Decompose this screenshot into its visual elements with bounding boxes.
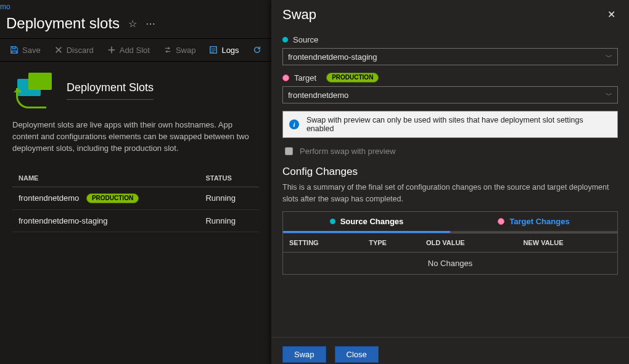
target-value: frontendnetdemo <box>288 91 348 100</box>
swap-button-toolbar[interactable]: Swap <box>158 43 201 57</box>
swap-button[interactable]: Swap <box>282 346 326 363</box>
table-row[interactable]: frontendnetdemo-staging Running <box>12 209 259 232</box>
refresh-button[interactable] <box>248 43 266 57</box>
description-text: Deployment slots are live apps with thei… <box>12 119 259 155</box>
slot-name: frontendnetdemo <box>18 193 79 203</box>
hero-title: Deployment Slots <box>67 81 154 100</box>
info-text: Swap with preview can only be used with … <box>306 116 611 133</box>
tab-target-changes[interactable]: Target Changes <box>450 212 617 233</box>
source-label: Source <box>293 35 318 44</box>
col-setting: SETTING <box>283 233 363 252</box>
slots-table: NAME STATUS frontendnetdemo PRODUCTION R… <box>12 169 259 232</box>
preview-checkbox-input[interactable] <box>285 147 293 155</box>
close-icon[interactable]: ✕ <box>605 6 618 23</box>
save-label: Save <box>22 46 41 55</box>
save-button[interactable]: Save <box>5 43 46 57</box>
source-dot-icon <box>282 37 288 42</box>
slot-status: Running <box>199 209 259 232</box>
favorite-icon[interactable]: ☆ <box>128 18 137 30</box>
table-row[interactable]: frontendnetdemo PRODUCTION Running <box>12 187 259 209</box>
close-button[interactable]: Close <box>335 346 379 363</box>
plus-icon <box>107 46 116 54</box>
target-select[interactable]: frontendnetdemo ﹀ <box>282 86 618 103</box>
target-label: Target <box>294 73 316 83</box>
config-table: SETTING TYPE OLD VALUE NEW VALUE No Chan… <box>282 233 618 275</box>
page-title: Deployment slots <box>6 15 120 32</box>
discard-label: Discard <box>67 46 94 55</box>
slots-hero-icon <box>12 73 54 108</box>
col-type: TYPE <box>363 233 420 252</box>
tab-source-changes[interactable]: Source Changes <box>283 212 450 233</box>
slot-name: frontendnetdemo-staging <box>12 209 199 232</box>
preview-checkbox[interactable]: Perform swap with preview <box>282 145 618 157</box>
config-changes-summary: This is a summary of the final set of co… <box>282 182 618 205</box>
swap-icon <box>163 46 172 54</box>
production-badge: PRODUCTION <box>326 73 379 83</box>
info-icon: i <box>289 119 299 129</box>
info-banner: i Swap with preview can only be used wit… <box>282 111 618 138</box>
col-new: NEW VALUE <box>517 233 617 252</box>
refresh-icon <box>253 46 261 54</box>
add-slot-label: Add Slot <box>120 46 150 55</box>
target-dot-icon <box>498 218 504 225</box>
save-icon <box>10 46 18 54</box>
chevron-down-icon: ﹀ <box>606 91 612 100</box>
col-old: OLD VALUE <box>420 233 517 252</box>
logs-button[interactable]: Logs <box>204 43 244 57</box>
preview-checkbox-label: Perform swap with preview <box>300 147 395 156</box>
slot-status: Running <box>199 187 259 209</box>
add-slot-button[interactable]: Add Slot <box>102 43 155 57</box>
target-dot-icon <box>282 75 289 81</box>
more-icon[interactable]: ⋯ <box>146 18 155 30</box>
source-dot-icon <box>330 219 335 224</box>
source-value: frontendnetdemo-staging <box>288 52 377 62</box>
source-select[interactable]: frontendnetdemo-staging ﹀ <box>282 48 618 65</box>
logs-label: Logs <box>221 46 239 55</box>
config-changes-title: Config Changes <box>282 166 618 178</box>
swap-label: Swap <box>176 46 196 55</box>
discard-icon <box>54 46 63 54</box>
toolbar: Save Discard Add Slot Swap Logs <box>0 38 271 62</box>
col-name: NAME <box>12 169 199 187</box>
discard-button[interactable]: Discard <box>49 43 99 57</box>
col-status: STATUS <box>199 169 259 187</box>
logs-icon <box>209 46 218 54</box>
no-changes-text: No Changes <box>283 252 618 274</box>
production-badge: PRODUCTION <box>86 193 139 203</box>
swap-blade: Swap ✕ Source frontendnetdemo-staging ﹀ … <box>271 0 629 364</box>
chevron-down-icon: ﹀ <box>606 52 612 62</box>
breadcrumb[interactable]: mo <box>0 0 271 11</box>
blade-title: Swap <box>282 7 316 23</box>
